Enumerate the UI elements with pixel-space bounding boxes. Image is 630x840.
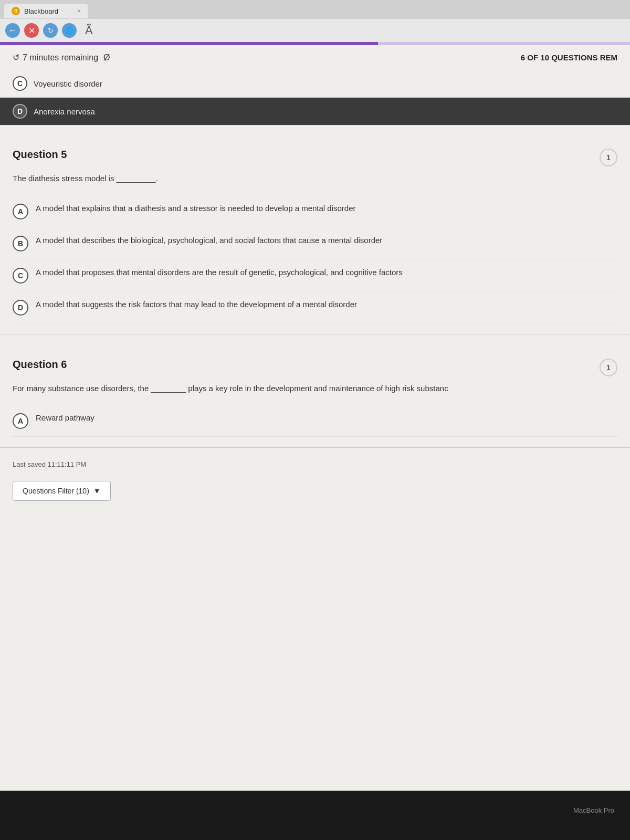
option-circle-c: C bbox=[13, 76, 27, 91]
question6-section: Question 6 1 For many substance use diso… bbox=[0, 348, 630, 443]
choice-text-q5-b: A model that describes the biological, p… bbox=[36, 235, 617, 247]
divider-q5-q6 bbox=[0, 334, 630, 334]
refresh-button[interactable]: ↻ bbox=[43, 23, 58, 38]
question6-header: Question 6 1 bbox=[13, 359, 617, 376]
tab-favicon: B bbox=[12, 7, 20, 15]
question5-text: The diathesis stress model is _________. bbox=[13, 173, 617, 185]
question5-choices: A A model that explains that a diathesis… bbox=[13, 195, 617, 323]
tab-title: Blackboard bbox=[24, 7, 58, 15]
bottom-bar: MacBook Pro bbox=[0, 801, 630, 840]
question5-section: Question 5 1 The diathesis stress model … bbox=[0, 138, 630, 329]
choice-circle-q5-b: B bbox=[13, 236, 28, 251]
tab-close-button[interactable]: × bbox=[77, 7, 81, 15]
option-text-c: Voyeuristic disorder bbox=[34, 79, 102, 88]
prev-answer-d[interactable]: D Anorexia nervosa bbox=[0, 98, 630, 125]
choice-text-q5-d: A model that suggests the risk factors t… bbox=[36, 299, 617, 311]
back-button[interactable]: ← bbox=[5, 23, 20, 38]
option-circle-d: D bbox=[13, 104, 27, 119]
timer-icon: ↺ bbox=[13, 52, 19, 62]
filter-button-label: Questions Filter (10) bbox=[23, 487, 89, 495]
globe-button[interactable]: 🌐 bbox=[62, 23, 77, 38]
choice-q5-d[interactable]: D A model that suggests the risk factors… bbox=[13, 291, 617, 323]
choice-text-q5-c: A model that proposes that mental disord… bbox=[36, 267, 617, 279]
timer-edit-icon: Ø bbox=[103, 53, 110, 62]
question6-title: Question 6 bbox=[13, 359, 67, 371]
tab-bar: B Blackboard × bbox=[0, 0, 630, 19]
filter-button-arrow: ▼ bbox=[93, 487, 101, 495]
question5-header: Question 5 1 bbox=[13, 149, 617, 166]
option-text-d: Anorexia nervosa bbox=[34, 107, 95, 116]
timer-text: 7 minutes remaining bbox=[23, 53, 98, 62]
macbook-label: MacBook Pro bbox=[0, 801, 630, 820]
prev-answer-c[interactable]: C Voyeuristic disorder bbox=[0, 70, 630, 98]
browser-toolbar: ← ✕ ↻ 🌐 Ã bbox=[0, 19, 630, 42]
question6-choices: A Reward pathway bbox=[13, 405, 617, 437]
choice-text-q5-a: A model that explains that a diathesis a… bbox=[36, 203, 617, 215]
stop-button[interactable]: ✕ bbox=[24, 23, 39, 38]
choice-circle-q5-a: A bbox=[13, 204, 28, 219]
divider-q6-bottom bbox=[0, 447, 630, 448]
question6-points: 1 bbox=[600, 359, 617, 376]
top-info-bar: ↺ 7 minutes remaining Ø 6 OF 10 QUESTION… bbox=[0, 45, 630, 70]
blackboard-tab[interactable]: B Blackboard × bbox=[4, 4, 88, 18]
choice-q6-a[interactable]: A Reward pathway bbox=[13, 405, 617, 437]
questions-count: 6 OF 10 QUESTIONS REM bbox=[521, 53, 617, 62]
question6-text: For many substance use disorders, the __… bbox=[13, 383, 617, 395]
timer-section: ↺ 7 minutes remaining Ø bbox=[13, 52, 110, 62]
font-size-icon: Ã bbox=[81, 24, 97, 37]
choice-text-q6-a: Reward pathway bbox=[36, 412, 617, 424]
question5-title: Question 5 bbox=[13, 149, 67, 161]
choice-circle-q5-d: D bbox=[13, 300, 28, 316]
choice-q5-a[interactable]: A A model that explains that a diathesis… bbox=[13, 195, 617, 227]
choice-q5-c[interactable]: C A model that proposes that mental diso… bbox=[13, 259, 617, 291]
choice-circle-q6-a: A bbox=[13, 413, 28, 429]
address-bar-area: Ã bbox=[81, 24, 625, 37]
question5-points: 1 bbox=[600, 149, 617, 166]
questions-filter-button[interactable]: Questions Filter (10) ▼ bbox=[13, 481, 111, 501]
choice-circle-q5-c: C bbox=[13, 268, 28, 284]
last-saved: Last saved 11:11:11 PM bbox=[0, 453, 630, 476]
content-area: ↺ 7 minutes remaining Ø 6 OF 10 QUESTION… bbox=[0, 45, 630, 791]
choice-q5-b[interactable]: B A model that describes the biological,… bbox=[13, 227, 617, 259]
